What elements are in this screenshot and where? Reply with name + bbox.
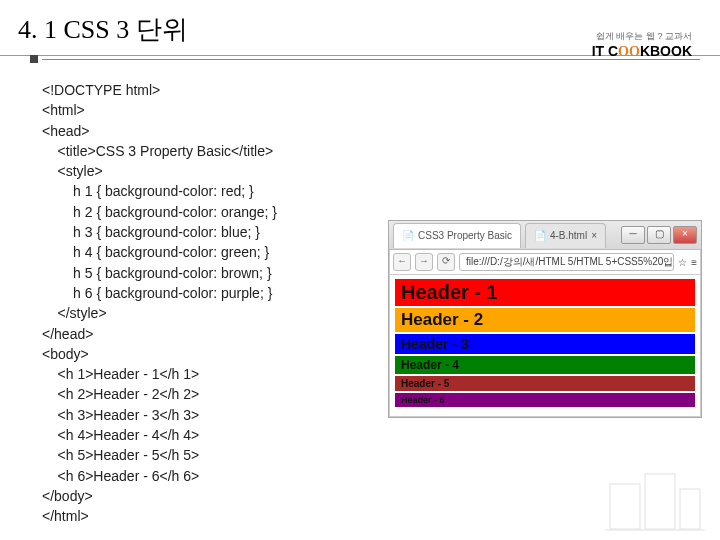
- menu-icon[interactable]: ≡: [691, 257, 697, 268]
- code-line: </style>: [42, 305, 107, 321]
- code-line: <h 2>Header - 2</h 2>: [42, 386, 199, 402]
- code-line: <h 6>Header - 6</h 6>: [42, 468, 199, 484]
- bullet-icon: [30, 55, 38, 63]
- code-line: h 2 { background-color: orange; }: [42, 204, 277, 220]
- code-line: <h 3>Header - 3</h 3>: [42, 407, 199, 423]
- header-2: Header - 2: [395, 308, 695, 332]
- brand-ok: OO: [618, 44, 640, 59]
- code-line: <head>: [42, 123, 90, 139]
- close-icon[interactable]: ×: [591, 230, 597, 241]
- code-line: h 4 { background-color: green; }: [42, 244, 269, 260]
- url-field[interactable]: file:///D:/강의/새/HTML 5/HTML 5+CSS5%20입문/…: [459, 253, 674, 271]
- code-line: <html>: [42, 102, 85, 118]
- tab-label: CSS3 Property Basic: [418, 230, 512, 241]
- reload-icon[interactable]: ⟳: [437, 253, 455, 271]
- header-4: Header - 4: [395, 356, 695, 374]
- code-line: <h 4>Header - 4</h 4>: [42, 427, 199, 443]
- code-line: h 6 { background-color: purple; }: [42, 285, 272, 301]
- browser-tab-active[interactable]: 📄 CSS3 Property Basic: [393, 223, 521, 248]
- code-line: <!DOCTYPE html>: [42, 82, 160, 98]
- code-line: <h 5>Header - 5</h 5>: [42, 447, 199, 463]
- page-icon: 📄: [534, 230, 546, 241]
- address-bar: ← → ⟳ file:///D:/강의/새/HTML 5/HTML 5+CSS5…: [389, 250, 701, 275]
- brand-k: KBOOK: [640, 43, 692, 59]
- star-icon[interactable]: ☆: [678, 257, 687, 268]
- browser-tab-strip: 📄 CSS3 Property Basic 📄 4-B.html × ─ ▢ ×: [389, 221, 701, 250]
- code-line: <style>: [42, 163, 103, 179]
- minimize-button[interactable]: ─: [621, 226, 645, 244]
- page-icon: 📄: [402, 230, 414, 241]
- code-line: </head>: [42, 326, 93, 342]
- browser-preview: 📄 CSS3 Property Basic 📄 4-B.html × ─ ▢ ×…: [388, 220, 702, 418]
- code-line: <h 1>Header - 1</h 1>: [42, 366, 199, 382]
- tab-label: 4-B.html: [550, 230, 587, 241]
- code-line: <body>: [42, 346, 89, 362]
- maximize-button[interactable]: ▢: [647, 226, 671, 244]
- code-line: </body>: [42, 488, 93, 504]
- brand-tagline: 쉽게 배우는 웹 ? 교과서: [596, 31, 692, 41]
- code-line: h 1 { background-color: red; }: [42, 183, 254, 199]
- forward-icon[interactable]: →: [415, 253, 433, 271]
- header-5: Header - 5: [395, 376, 695, 391]
- brand-logo: 쉽게 배우는 웹 ? 교과서 IT COOKBOOK: [592, 26, 692, 61]
- code-line: h 5 { background-color: brown; }: [42, 265, 272, 281]
- rendered-page: Header - 1 Header - 2 Header - 3 Header …: [389, 275, 701, 417]
- header-1: Header - 1: [395, 279, 695, 306]
- code-line: h 3 { background-color: blue; }: [42, 224, 260, 240]
- close-button[interactable]: ×: [673, 226, 697, 244]
- back-icon[interactable]: ←: [393, 253, 411, 271]
- brand-it: IT C: [592, 43, 618, 59]
- browser-tab-inactive[interactable]: 📄 4-B.html ×: [525, 223, 606, 248]
- code-line: </html>: [42, 508, 89, 524]
- code-line: <title>CSS 3 Property Basic</title>: [42, 143, 273, 159]
- header-3: Header - 3: [395, 334, 695, 354]
- header-6: Header - 6: [395, 393, 695, 407]
